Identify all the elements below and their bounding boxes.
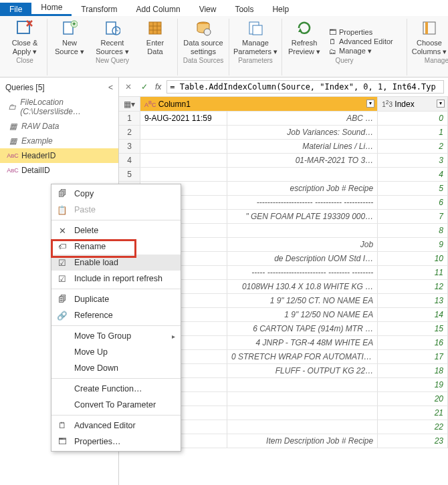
cell-index[interactable]: 15: [378, 322, 448, 336]
cell-index[interactable]: 16: [378, 336, 448, 350]
menu-home[interactable]: Home: [31, 1, 72, 16]
formula-input[interactable]: [166, 80, 444, 94]
cell-col1b[interactable]: [227, 168, 377, 182]
menu-tools[interactable]: Tools: [225, 3, 263, 16]
cell-index[interactable]: 17: [378, 350, 448, 364]
cell-index[interactable]: 4: [378, 168, 448, 182]
cell-index[interactable]: 3: [378, 154, 448, 168]
cell-index[interactable]: 0: [378, 112, 448, 126]
properties-button[interactable]: 🗔Properties: [329, 28, 403, 36]
cell-col1b[interactable]: [227, 420, 377, 434]
column-header-column1[interactable]: ABC Column1 ▾: [140, 97, 377, 112]
cell-index[interactable]: 10: [378, 252, 448, 266]
cancel-icon[interactable]: ✕: [123, 82, 134, 92]
cell-index[interactable]: 8: [378, 224, 448, 238]
recent-sources-button[interactable]: Recent Sources ▾: [94, 19, 130, 55]
menu-add-column[interactable]: Add Column: [127, 3, 190, 16]
new-source-button[interactable]: ✦ New Source ▾: [51, 19, 88, 55]
cell-col1b[interactable]: escription Job # Recipe: [227, 182, 377, 196]
cell-col1b[interactable]: 1 9" 12/50 NO NAME EA: [227, 308, 377, 322]
cell-col1b[interactable]: " GEN FOAM PLATE 193309 000…: [227, 210, 377, 224]
cell-col1a[interactable]: 9-AUG-2021 11:59: [140, 112, 227, 126]
ctx-duplicate[interactable]: 🗐Duplicate: [51, 291, 181, 307]
cell-index[interactable]: 23: [378, 434, 448, 448]
cell-col1b[interactable]: 4 JNRP - TGR-4 48M WHITE EA: [227, 336, 377, 350]
cell-index[interactable]: 7: [378, 210, 448, 224]
data-source-settings-button[interactable]: Data source settings: [182, 19, 225, 55]
cell-col1b[interactable]: 01-MAR-2021 TO 3…: [227, 154, 377, 168]
cell-col1b[interactable]: [227, 378, 377, 392]
cell-index[interactable]: 9: [378, 238, 448, 252]
query-item-detailid[interactable]: ABC DetailID: [0, 163, 118, 178]
choose-columns-button[interactable]: Choose Columns ▾: [411, 19, 447, 55]
cell-col1a[interactable]: [140, 168, 227, 182]
menu-transform[interactable]: Transform: [72, 3, 126, 16]
cell-col1b[interactable]: [227, 224, 377, 238]
ctx-reference[interactable]: 🔗Reference: [51, 307, 181, 323]
close-apply-button[interactable]: Close & Apply ▾: [7, 19, 43, 55]
cell-index[interactable]: 20: [378, 392, 448, 406]
table-row[interactable]: 3Material Lines / Li…2: [119, 140, 448, 154]
cell-index[interactable]: 14: [378, 308, 448, 322]
cell-col1b[interactable]: Material Lines / Li…: [227, 140, 377, 154]
ctx-create-function[interactable]: Create Function…: [51, 381, 181, 397]
cell-col1b[interactable]: --------------------- ---------- -------…: [227, 196, 377, 210]
cell-col1a[interactable]: [140, 154, 227, 168]
cell-index[interactable]: 12: [378, 280, 448, 294]
cell-index[interactable]: 19: [378, 378, 448, 392]
query-item-raw-data[interactable]: ▦ RAW Data: [0, 119, 118, 134]
cell-index[interactable]: 22: [378, 420, 448, 434]
collapse-icon[interactable]: <: [108, 83, 113, 92]
enter-data-button[interactable]: Enter Data: [137, 19, 173, 55]
manage-parameters-button[interactable]: Manage Parameters ▾: [233, 19, 277, 55]
advanced-editor-button[interactable]: 🗒Advanced Editor: [329, 37, 403, 45]
column-filter-icon[interactable]: ▾: [437, 100, 445, 108]
cell-col1b[interactable]: Job Variances: Sound…: [227, 126, 377, 140]
commit-icon[interactable]: ✓: [139, 82, 150, 92]
cell-col1b[interactable]: 1 9" 12/50 CT. NO NAME EA: [227, 294, 377, 308]
cell-col1b[interactable]: de Description UOM Std I…: [227, 252, 377, 266]
query-item-example[interactable]: ▦ Example: [0, 134, 118, 148]
query-item-headerid[interactable]: ABC HeaderID: [0, 148, 118, 163]
ctx-rename[interactable]: 🏷Rename: [51, 238, 181, 255]
column-filter-icon[interactable]: ▾: [366, 100, 374, 108]
cell-col1b[interactable]: FLUFF - OUTPUT KG 22…: [227, 364, 377, 378]
query-item-filelocation[interactable]: 🗀 FileLocation (C:\Users\lisde…: [0, 95, 118, 119]
ctx-move-down[interactable]: Move Down: [51, 360, 181, 376]
cell-col1b[interactable]: Job: [227, 238, 377, 252]
table-row[interactable]: 54: [119, 168, 448, 182]
table-row[interactable]: 19-AUG-2021 11:59ABC …0: [119, 112, 448, 126]
ctx-move-up[interactable]: Move Up: [51, 344, 181, 360]
fx-icon[interactable]: fx: [155, 82, 161, 92]
cell-index[interactable]: 1: [378, 126, 448, 140]
ctx-copy[interactable]: 🗐Copy: [51, 186, 181, 202]
cell-index[interactable]: 13: [378, 294, 448, 308]
menu-view[interactable]: View: [190, 3, 226, 16]
ctx-properties[interactable]: 🗔Properties…: [51, 434, 181, 450]
cell-col1b[interactable]: [227, 406, 377, 420]
cell-col1b[interactable]: Item Description Job # Recipe: [227, 434, 377, 448]
ctx-advanced-editor[interactable]: 🗒Advanced Editor: [51, 418, 181, 434]
menu-help[interactable]: Help: [263, 3, 298, 16]
table-row[interactable]: 2Job Variances: Sound…1: [119, 126, 448, 140]
refresh-preview-button[interactable]: Refresh Preview ▾: [286, 19, 322, 55]
cell-col1a[interactable]: [140, 126, 227, 140]
cell-col1b[interactable]: [227, 392, 377, 406]
manage-button[interactable]: 🗂Manage ▾: [329, 47, 403, 55]
ctx-delete[interactable]: ✕Delete: [51, 222, 181, 238]
ctx-move-to-group[interactable]: Move To Group: [51, 328, 181, 344]
ctx-enable-load[interactable]: ☑Enable load: [51, 255, 181, 271]
cell-index[interactable]: 21: [378, 406, 448, 420]
corner-cell[interactable]: ▦▾: [119, 97, 140, 112]
cell-col1a[interactable]: [140, 140, 227, 154]
cell-index[interactable]: 11: [378, 266, 448, 280]
ctx-include-refresh[interactable]: ☑Include in report refresh: [51, 271, 181, 287]
table-row[interactable]: 401-MAR-2021 TO 3…3: [119, 154, 448, 168]
cell-index[interactable]: 6: [378, 196, 448, 210]
cell-index[interactable]: 2: [378, 140, 448, 154]
cell-col1b[interactable]: ABC …: [227, 112, 377, 126]
cell-col1b[interactable]: 0 STRETCH WRAP FOR AUTOMATI …: [227, 350, 377, 364]
column-header-index[interactable]: 123 Index ▾: [378, 97, 448, 112]
cell-col1b[interactable]: ----- ---------------------- -------- --…: [227, 266, 377, 280]
cell-col1b[interactable]: 6 CARTON TAPE (914m) MTR …: [227, 322, 377, 336]
